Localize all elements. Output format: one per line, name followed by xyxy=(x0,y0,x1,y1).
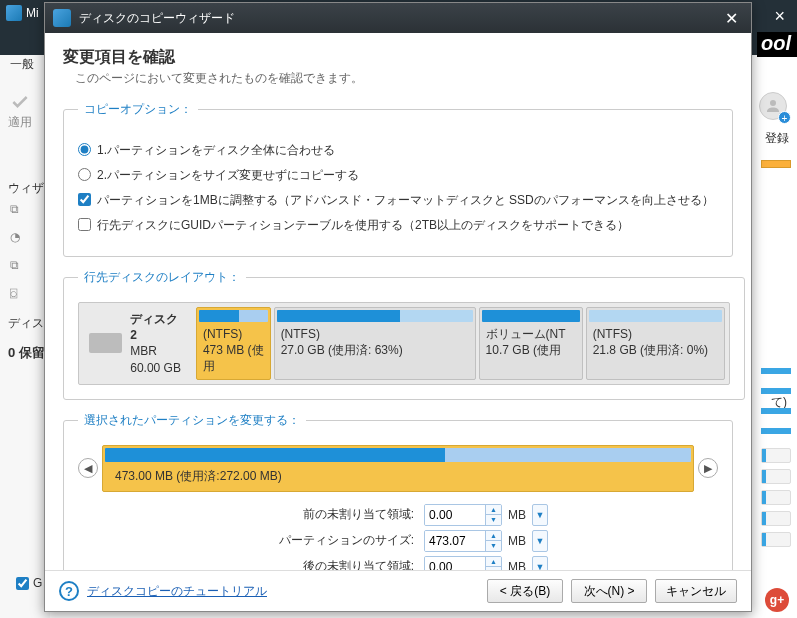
bg-app-prefix: Mi xyxy=(26,6,39,20)
wizard-icon xyxy=(53,9,71,27)
partition-slider[interactable]: 473.00 MB (使用済:272.00 MB) xyxy=(102,445,694,492)
partition-size-label: パーティションのサイズ: xyxy=(248,532,418,549)
after-unit-dropdown[interactable]: ▼ xyxy=(532,556,548,570)
next-partition-button[interactable]: ▶ xyxy=(698,458,718,478)
disk-layout: ディスク 2 MBR 60.00 GB (NTFS) 473 MB (使用 (N… xyxy=(78,302,730,385)
apply-label: 適用 xyxy=(8,114,32,131)
dest-layout-group: 行先ディスクのレイアウト： ディスク 2 MBR 60.00 GB (NTFS)… xyxy=(63,269,745,400)
sidebar-icons: ⧉ ◔ ⧉ ⌼ xyxy=(10,202,26,302)
dialog-footer: ? ディスクコピーのチュートリアル < 戻る(B) 次へ(N) > キャンセル xyxy=(45,570,751,611)
partition-3-size: 10.7 GB (使用 xyxy=(486,342,576,358)
partition-size-input[interactable] xyxy=(425,531,485,551)
copy-disk-wizard-dialog: ディスクのコピーウィザード ✕ 変更項目を確認 このページにおいて変更されたもの… xyxy=(44,2,752,612)
before-unit: MB xyxy=(508,508,526,522)
before-space-label: 前の未割り当て領域: xyxy=(248,506,418,523)
user-avatar[interactable]: + xyxy=(759,92,789,122)
partition-2[interactable]: (NTFS) 27.0 GB (使用済: 63%) xyxy=(274,307,476,380)
sidebar-icon-1[interactable]: ⧉ xyxy=(10,202,26,218)
size-unit-dropdown[interactable]: ▼ xyxy=(532,530,548,552)
app-icon xyxy=(6,5,22,21)
partition-3-fs: ボリューム(NT xyxy=(486,326,576,342)
partition-1-size: 473 MB (使用 xyxy=(203,342,264,374)
down-arrow-icon[interactable]: ▼ xyxy=(486,541,501,551)
after-unit: MB xyxy=(508,560,526,570)
size-fields: 前の未割り当て領域: ▲▼ MB ▼ パーティションのサイズ: ▲▼ MB xyxy=(78,504,718,570)
align-1mb-option[interactable]: パーティションを1MBに調整する（アドバンスド・フォーマットディスクと SSDの… xyxy=(78,192,718,209)
copy-option-2-radio[interactable] xyxy=(78,168,91,181)
copy-option-2[interactable]: 2.パーティションをサイズ変更せずにコピーする xyxy=(78,167,718,184)
after-space-spinner[interactable]: ▲▼ xyxy=(424,556,502,570)
plus-icon: + xyxy=(778,111,791,124)
dialog-body: 変更項目を確認 このページにおいて変更されたものを確認できます。 コピーオプショ… xyxy=(45,33,751,570)
up-arrow-icon[interactable]: ▲ xyxy=(486,505,501,516)
up-arrow-icon[interactable]: ▲ xyxy=(486,531,501,542)
login-label[interactable]: 登録 xyxy=(765,130,789,147)
before-space-spinner[interactable]: ▲▼ xyxy=(424,504,502,526)
copy-option-1[interactable]: 1.パーティションをディスク全体に合わせる xyxy=(78,142,718,159)
apply-button: 適用 xyxy=(6,92,34,131)
close-icon[interactable]: ✕ xyxy=(719,6,743,30)
partition-4-size: 21.8 GB (使用済: 0%) xyxy=(593,342,718,358)
partition-4-fs: (NTFS) xyxy=(593,326,718,342)
g-checkbox-input[interactable] xyxy=(16,577,29,590)
tab-general[interactable]: 一般 xyxy=(10,56,34,73)
disk-icon xyxy=(89,333,122,353)
dialog-title: ディスクのコピーウィザード xyxy=(79,10,711,27)
pending-ops-label: 0 保留 xyxy=(8,344,45,362)
dest-layout-legend: 行先ディスクのレイアウト： xyxy=(78,269,246,286)
partition-1-fs: (NTFS) xyxy=(203,326,264,342)
next-button[interactable]: 次へ(N) > xyxy=(571,579,647,603)
guid-checkbox[interactable] xyxy=(78,218,91,231)
sidebar-disk-label: ディス xyxy=(8,315,44,332)
sidebar-wizard-label: ウィザ xyxy=(8,180,44,197)
bg-app-title: Mi xyxy=(6,5,39,21)
google-plus-icon[interactable]: g+ xyxy=(765,588,789,612)
down-arrow-icon[interactable]: ▼ xyxy=(486,567,501,570)
selected-partition-group: 選択されたパーティションを変更する： ◀ 473.00 MB (使用済:272.… xyxy=(63,412,733,570)
up-arrow-icon[interactable]: ▲ xyxy=(486,557,501,568)
disk-name: ディスク 2 xyxy=(130,311,187,343)
before-unit-dropdown[interactable]: ▼ xyxy=(532,504,548,526)
sidebar-icon-2[interactable]: ◔ xyxy=(10,230,26,246)
disk-info: ディスク 2 MBR 60.00 GB xyxy=(83,307,193,380)
prev-partition-button[interactable]: ◀ xyxy=(78,458,98,478)
after-space-input[interactable] xyxy=(425,557,485,570)
copy-option-1-radio[interactable] xyxy=(78,143,91,156)
partition-4[interactable]: (NTFS) 21.8 GB (使用済: 0%) xyxy=(586,307,725,380)
cancel-button[interactable]: キャンセル xyxy=(655,579,737,603)
copy-option-2-label: 2.パーティションをサイズ変更せずにコピーする xyxy=(97,167,359,184)
align-1mb-checkbox[interactable] xyxy=(78,193,91,206)
partition-2-size: 27.0 GB (使用済: 63%) xyxy=(281,342,469,358)
copy-options-legend: コピーオプション： xyxy=(78,101,198,118)
size-unit: MB xyxy=(508,534,526,548)
copy-options-group: コピーオプション： 1.パーティションをディスク全体に合わせる 2.パーティショ… xyxy=(63,101,733,257)
page-subheading: このページにおいて変更されたものを確認できます。 xyxy=(63,70,733,87)
align-1mb-label: パーティションを1MBに調整する（アドバンスド・フォーマットディスクと SSDの… xyxy=(97,192,714,209)
g-checkbox[interactable]: G xyxy=(16,576,42,590)
partition-3[interactable]: ボリューム(NT 10.7 GB (使用 xyxy=(479,307,583,380)
copy-option-1-label: 1.パーティションをディスク全体に合わせる xyxy=(97,142,335,159)
before-space-input[interactable] xyxy=(425,505,485,525)
back-button[interactable]: < 戻る(B) xyxy=(487,579,563,603)
dialog-titlebar: ディスクのコピーウィザード ✕ xyxy=(45,3,751,33)
sidebar-icon-3[interactable]: ⧉ xyxy=(10,258,26,274)
sidebar-icon-4[interactable]: ⌼ xyxy=(10,286,26,302)
after-space-label: 後の未割り当て領域: xyxy=(248,558,418,570)
partition-size-spinner[interactable]: ▲▼ xyxy=(424,530,502,552)
page-heading: 変更項目を確認 xyxy=(63,47,733,68)
disk-type: MBR xyxy=(130,343,187,359)
partition-2-fs: (NTFS) xyxy=(281,326,469,342)
selected-partition-legend: 選択されたパーティションを変更する： xyxy=(78,412,306,429)
help-icon[interactable]: ? xyxy=(59,581,79,601)
guid-option[interactable]: 行先ディスクにGUIDパーティションテーブルを使用する（2TB以上のディスクをサ… xyxy=(78,217,718,234)
g-checkbox-label: G xyxy=(33,576,42,590)
partition-1[interactable]: (NTFS) 473 MB (使用 xyxy=(196,307,271,380)
brand-tail: ool xyxy=(757,32,797,57)
down-arrow-icon[interactable]: ▼ xyxy=(486,515,501,525)
bg-close-icon[interactable]: × xyxy=(774,6,785,27)
check-icon xyxy=(6,92,34,112)
guid-label: 行先ディスクにGUIDパーティションテーブルを使用する（2TB以上のディスクをサ… xyxy=(97,217,629,234)
disk-size: 60.00 GB xyxy=(130,360,187,376)
selected-partition-caption: 473.00 MB (使用済:272.00 MB) xyxy=(105,468,691,485)
tutorial-link[interactable]: ディスクコピーのチュートリアル xyxy=(87,583,267,600)
